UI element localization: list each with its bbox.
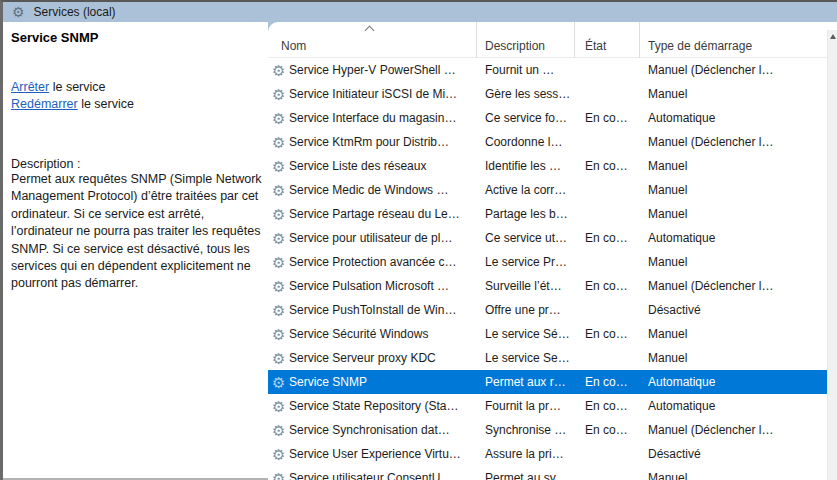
column-header-status[interactable]: État (575, 22, 640, 58)
cell-startup-type: Automatique (640, 111, 827, 125)
table-row[interactable]: ⚙ Service KtmRm pour Distrib… Coordonne … (268, 130, 827, 154)
cell-name: Service Medic de Windows … (289, 183, 477, 197)
cell-status: En co… (575, 423, 640, 437)
cell-description: Permet aux r… (477, 375, 575, 389)
services-local-label: Services (local) (34, 5, 116, 19)
cell-description: Le service Pr… (477, 255, 575, 269)
service-gear-icon: ⚙ (272, 135, 289, 150)
cell-status: En co… (575, 279, 640, 293)
cell-startup-type: Manuel (640, 471, 827, 480)
cell-startup-type: Automatique (640, 231, 827, 245)
cell-name: Service Liste des réseaux (289, 159, 477, 173)
service-gear-icon: ⚙ (272, 111, 289, 126)
service-action-links: Arrêter le service Redémarrer le service (11, 79, 260, 113)
table-row[interactable]: ⚙ Service Synchronisation dat… Synchroni… (268, 418, 827, 442)
cell-name: Service Sécurité Windows (289, 327, 477, 341)
cell-name: Service State Repository (Sta… (289, 399, 477, 413)
cell-description: Ce service ut… (477, 231, 575, 245)
cell-startup-type: Automatique (640, 375, 827, 389)
scroll-up-icon[interactable] (830, 34, 836, 39)
cell-startup-type: Manuel (Déclencher l… (640, 423, 827, 437)
column-header-startup-type[interactable]: Type de démarrage (640, 22, 837, 58)
vertical-scrollbar[interactable] (827, 30, 837, 480)
table-row[interactable]: ⚙ Service State Repository (Sta… Fournit… (268, 394, 827, 418)
table-row[interactable]: ⚙ Service pour utilisateur de pl… Ce ser… (268, 226, 827, 250)
cell-name: Service Pulsation Microsoft … (289, 279, 477, 293)
cell-startup-type: Manuel (Déclencher l… (640, 135, 827, 149)
service-gear-icon: ⚙ (272, 207, 289, 222)
restart-service-line: Redémarrer le service (11, 96, 260, 113)
cell-name: Service KtmRm pour Distrib… (289, 135, 477, 149)
cell-status: En co… (575, 327, 640, 341)
table-row[interactable]: ⚙ Service Partage réseau du Le… Partage … (268, 202, 827, 226)
cell-description: Partage les b… (477, 207, 575, 221)
cell-startup-type: Manuel (640, 327, 827, 341)
service-gear-icon: ⚙ (272, 423, 289, 438)
service-gear-icon: ⚙ (272, 87, 289, 102)
cell-name: Service utilisateur ConsentU… (289, 471, 477, 480)
service-detail-pane: Service SNMP Arrêter le service Redémarr… (3, 22, 268, 480)
list-header: Nom Description État Type de démarrage (268, 22, 837, 58)
cell-description: Gère les sess… (477, 87, 575, 101)
table-row[interactable]: ⚙ Service Serveur proxy KDC Le service S… (268, 346, 827, 370)
cell-description: Coordonne l… (477, 135, 575, 149)
table-row[interactable]: ⚙ Service Interface du magasin… Ce servi… (268, 106, 827, 130)
table-row[interactable]: ⚙ Service PushToInstall de Win… Offre un… (268, 298, 827, 322)
table-row[interactable]: ⚙ Service User Experience Virtu… Assure … (268, 442, 827, 466)
table-row[interactable]: ⚙ Service Liste des réseaux Identifie le… (268, 154, 827, 178)
service-gear-icon: ⚙ (272, 303, 289, 318)
cell-status: En co… (575, 111, 640, 125)
cell-startup-type: Automatique (640, 399, 827, 413)
cell-description: Le service Se… (477, 351, 575, 365)
cell-description: Active la corr… (477, 183, 575, 197)
cell-status: En co… (575, 399, 640, 413)
cell-startup-type: Manuel (640, 207, 827, 221)
cell-name: Service Partage réseau du Le… (289, 207, 477, 221)
service-gear-icon: ⚙ (272, 159, 289, 174)
cell-status: En co… (575, 375, 640, 389)
service-gear-icon: ⚙ (272, 399, 289, 414)
table-row[interactable]: ⚙ Service Pulsation Microsoft … Surveill… (268, 274, 827, 298)
column-header-name[interactable]: Nom (268, 22, 477, 58)
stop-service-suffix: le service (49, 80, 105, 94)
cell-startup-type: Désactivé (640, 303, 827, 317)
service-gear-icon: ⚙ (272, 63, 289, 78)
stop-service-link[interactable]: Arrêter (11, 80, 49, 94)
cell-name: Service Hyper-V PowerShell … (289, 63, 477, 77)
column-header-description[interactable]: Description (477, 22, 575, 58)
cell-startup-type: Manuel (640, 159, 827, 173)
cell-startup-type: Manuel (640, 183, 827, 197)
service-gear-icon: ⚙ (272, 255, 289, 270)
table-row[interactable]: ⚙ Service Hyper-V PowerShell … Fournit u… (268, 58, 827, 82)
cell-startup-type: Manuel (640, 351, 827, 365)
cell-description: Assure la pri… (477, 447, 575, 461)
cell-name: Service Initiateur iSCSI de Mi… (289, 87, 477, 101)
selected-service-title: Service SNMP (11, 30, 260, 45)
services-rows: ⚙ Service Hyper-V PowerShell … Fournit u… (268, 58, 827, 480)
cell-name: Service Synchronisation dat… (289, 423, 477, 437)
service-gear-icon: ⚙ (272, 351, 289, 366)
table-row[interactable]: ⚙ Service Initiateur iSCSI de Mi… Gère l… (268, 82, 827, 106)
cell-description: Le service Sé… (477, 327, 575, 341)
table-row[interactable]: ⚙ Service Protection avancée c… Le servi… (268, 250, 827, 274)
restart-service-suffix: le service (78, 97, 134, 111)
table-row[interactable]: ⚙ Service SNMP Permet aux r… En co… Auto… (268, 370, 827, 394)
cell-name: Service PushToInstall de Win… (289, 303, 477, 317)
cell-startup-type: Manuel (640, 255, 827, 269)
service-gear-icon: ⚙ (272, 279, 289, 294)
services-list-panel: Nom Description État Type de démarrage ⚙… (268, 22, 837, 480)
cell-status: En co… (575, 231, 640, 245)
table-row[interactable]: ⚙ Service Sécurité Windows Le service Sé… (268, 322, 827, 346)
service-gear-icon: ⚙ (272, 327, 289, 342)
services-mmc-window: ⚙ Services (local) Service SNMP Arrêter … (0, 0, 837, 480)
cell-description: Permet au sy… (477, 471, 575, 480)
cell-name: Service pour utilisateur de pl… (289, 231, 477, 245)
table-row[interactable]: ⚙ Service Medic de Windows … Active la c… (268, 178, 827, 202)
cell-description: Identifie les … (477, 159, 575, 173)
cell-description: Synchronise … (477, 423, 575, 437)
cell-description: Fournit la pr… (477, 399, 575, 413)
table-row[interactable]: ⚙ Service utilisateur ConsentU… Permet a… (268, 466, 827, 480)
cell-status: En co… (575, 159, 640, 173)
service-gear-icon: ⚙ (272, 231, 289, 246)
restart-service-link[interactable]: Redémarrer (11, 97, 78, 111)
